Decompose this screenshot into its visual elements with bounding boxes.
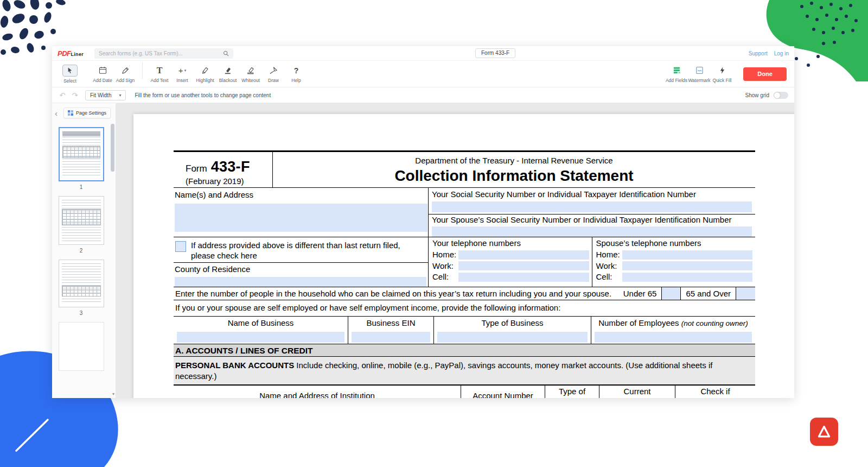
business-name-field[interactable] xyxy=(177,332,344,343)
ssn-field[interactable] xyxy=(432,201,752,212)
work-phone-label: Work: xyxy=(596,261,622,272)
add-date-button[interactable]: Add Date xyxy=(91,65,114,83)
whiteout-label: Whiteout xyxy=(241,78,260,83)
highlight-label: Highlight xyxy=(196,78,214,83)
form-433f: Form 433-F (February 2019) Department of… xyxy=(174,150,755,398)
name-address-field[interactable] xyxy=(175,204,427,232)
home-phone-label: Home: xyxy=(432,250,458,260)
done-button[interactable]: Done xyxy=(743,67,787,81)
fields-list-icon xyxy=(672,65,681,76)
collapse-sidebar-icon[interactable]: ‹ xyxy=(55,109,61,117)
show-grid-control: Show grid xyxy=(745,92,788,99)
your-home-phone-field[interactable] xyxy=(458,250,589,260)
personal-bank-bold: PERSONAL BANK ACCOUNTS xyxy=(175,361,294,370)
insert-button[interactable]: +▾ Insert xyxy=(171,65,194,83)
business-ein-field[interactable] xyxy=(352,332,430,343)
quick-fill-label: Quick Fill xyxy=(713,78,732,83)
toolbar-right-group: Add Fields Watermark Quick Fill Done xyxy=(665,65,788,83)
blackout-button[interactable]: Blackout xyxy=(216,65,239,83)
main-toolbar: Select Add Date Add Sign T Add Text +▾ I… xyxy=(52,61,794,87)
address-different-checkbox[interactable] xyxy=(175,241,186,252)
section-a-header: A. ACCOUNTS / LINES OF CREDIT xyxy=(174,344,755,357)
business-table: Name of Business Business EIN Type of Bu… xyxy=(174,317,755,344)
document-title-tab[interactable]: Form 433-F xyxy=(475,48,515,58)
chevron-down-icon: ▾ xyxy=(184,68,187,73)
business-name-header: Name of Business xyxy=(174,318,348,329)
sidebar-scrollbar-thumb[interactable] xyxy=(111,124,114,172)
whiteout-button[interactable]: Whiteout xyxy=(239,65,262,83)
your-work-phone-field[interactable] xyxy=(458,261,589,270)
business-ein-column: Business EIN xyxy=(348,317,434,344)
watermark-button[interactable]: Watermark xyxy=(688,65,711,83)
pdf-page-1: Form 433-F (February 2019) Department of… xyxy=(133,114,794,398)
login-link[interactable]: Log in xyxy=(774,51,789,56)
highlight-button[interactable]: Highlight xyxy=(194,65,216,83)
check-if-column-header: Check if xyxy=(675,386,755,398)
spouse-ssn-field[interactable] xyxy=(432,226,752,237)
county-cell: County of Residence xyxy=(174,262,428,287)
page-thumbnail-4[interactable] xyxy=(59,322,104,371)
thumbnail-image xyxy=(59,127,104,181)
page-settings-button[interactable]: Page Settings xyxy=(63,108,111,118)
over-65-field[interactable] xyxy=(736,287,755,300)
highlighter-icon xyxy=(201,65,210,76)
select-tool-label: Select xyxy=(63,78,76,84)
undo-icon[interactable]: ↶ xyxy=(58,92,67,99)
spouse-phones-label: Spouse’s telephone numbers xyxy=(596,238,753,249)
draw-label: Draw xyxy=(268,78,279,83)
spouse-home-phone-field[interactable] xyxy=(622,250,753,260)
under-65-field[interactable] xyxy=(661,287,681,300)
pdf-reader-icon xyxy=(810,418,838,446)
draw-button[interactable]: Draw xyxy=(262,65,285,83)
add-fields-label: Add Fields xyxy=(666,78,687,83)
acrobat-logo-icon xyxy=(816,424,832,440)
zoom-dropdown[interactable]: Fit Width ▾ xyxy=(85,90,126,100)
page-thumbnail-3[interactable]: 3 xyxy=(59,260,104,316)
add-sign-button[interactable]: Add Sign xyxy=(114,65,137,83)
header-links: Support Log in xyxy=(749,51,789,56)
draw-pen-icon xyxy=(269,65,278,76)
zoom-value: Fit Width xyxy=(90,92,111,98)
page-thumbnail-1[interactable]: 1 xyxy=(59,127,104,190)
help-button[interactable]: ? Help xyxy=(285,65,308,83)
thumbnail-image xyxy=(59,260,104,307)
show-grid-toggle[interactable] xyxy=(774,92,788,99)
blackout-marker-icon xyxy=(224,65,233,76)
business-type-field[interactable] xyxy=(437,332,588,343)
form-revision-date: (February 2019) xyxy=(186,176,272,187)
scroll-down-arrow-icon[interactable]: ▾ xyxy=(112,392,114,396)
page-thumbnail-2[interactable]: 2 xyxy=(59,196,104,254)
sidebar-top-bar: ‹ Page Settings xyxy=(52,103,116,123)
page-number-label: 2 xyxy=(80,248,83,254)
app-body: ‹ Page Settings 1 xyxy=(52,103,794,398)
select-tool-button[interactable]: Select xyxy=(59,65,81,84)
search-input[interactable] xyxy=(99,51,223,56)
institution-column-header: Name and Address of Institution xyxy=(174,386,461,398)
identity-right-column: Your Social Security Number or Individua… xyxy=(429,188,755,287)
lightning-icon xyxy=(718,65,726,76)
your-cell-phone-field[interactable] xyxy=(458,273,589,282)
search-icon xyxy=(223,51,229,56)
pdfliner-logo[interactable]: PDFLiner xyxy=(58,49,84,58)
business-employees-field[interactable] xyxy=(595,332,752,343)
pages-sidebar: ‹ Page Settings 1 xyxy=(52,103,116,398)
insert-label: Insert xyxy=(176,78,188,83)
your-phones-column: Your telephone numbers Home: Work: Cell: xyxy=(429,237,592,287)
thumbnail-image xyxy=(59,322,104,371)
redo-icon[interactable]: ↷ xyxy=(71,92,79,99)
page-thumbnails-list: 1 2 3 xyxy=(52,127,110,398)
search-bar[interactable] xyxy=(94,48,233,59)
county-field[interactable] xyxy=(175,277,426,287)
quick-fill-button[interactable]: Quick Fill xyxy=(711,65,733,83)
add-fields-button[interactable]: Add Fields xyxy=(665,65,688,83)
document-viewport[interactable]: Form 433-F (February 2019) Department of… xyxy=(116,103,794,398)
name-address-cell: Name(s) and Address xyxy=(174,188,428,237)
question-icon: ? xyxy=(294,65,299,76)
add-text-button[interactable]: T Add Text xyxy=(148,65,171,83)
spouse-work-phone-field[interactable] xyxy=(622,261,753,270)
show-grid-label: Show grid xyxy=(745,92,769,98)
spouse-cell-phone-field[interactable] xyxy=(622,273,753,282)
support-link[interactable]: Support xyxy=(749,51,768,56)
watermark-icon xyxy=(695,65,704,76)
home-phone-label: Home: xyxy=(596,250,622,260)
